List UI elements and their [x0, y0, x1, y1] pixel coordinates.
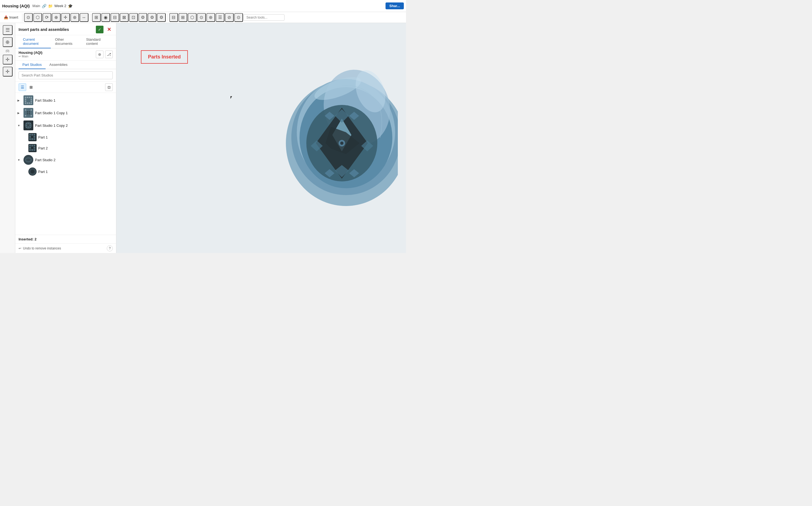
- tool-icon-20[interactable]: ⊛: [206, 13, 215, 22]
- tab-standard-content[interactable]: Standard content: [82, 35, 113, 49]
- branch-name: Main: [32, 4, 40, 8]
- svg-rect-29: [27, 115, 28, 116]
- week-label: Week 2: [54, 4, 66, 8]
- tool-icon-13[interactable]: ⚙: [138, 13, 147, 22]
- svg-rect-0: [25, 97, 26, 98]
- svg-rect-17: [27, 109, 28, 111]
- instances-count: (0): [6, 49, 9, 53]
- tool-icon-17[interactable]: ⊞: [179, 13, 187, 22]
- studio-item-part-studio-1[interactable]: ▶: [15, 94, 116, 106]
- help-button[interactable]: ?: [107, 245, 113, 251]
- svg-rect-55: [31, 149, 33, 151]
- tool-icon-5[interactable]: ✛: [61, 13, 70, 22]
- parts-inserted-text: Parts Inserted: [148, 54, 181, 60]
- tool-icon-10[interactable]: ⊟: [111, 13, 119, 22]
- select-all-button[interactable]: ⊡: [105, 83, 113, 91]
- sidebar-axis-icon[interactable]: ✛: [3, 67, 13, 77]
- sub-tabs: Part Studios Assemblies: [15, 61, 116, 69]
- tool-icon-4[interactable]: ⊕: [52, 13, 61, 22]
- sidebar-transform-icon[interactable]: ✛: [3, 55, 13, 65]
- separator-2: [90, 14, 90, 21]
- svg-rect-40: [29, 126, 31, 128]
- undo-button[interactable]: ↩ Undo to remove instances: [19, 246, 61, 250]
- panel-tabs: Current document Other documents Standar…: [15, 35, 116, 49]
- chevron-right-icon: ▶: [17, 99, 22, 102]
- sidebar-add-icon[interactable]: ⊕: [3, 37, 13, 47]
- studio-item-part-studio-copy-1[interactable]: ▶: [15, 106, 116, 119]
- part-item-copy2-part2[interactable]: Part 2: [15, 143, 116, 154]
- tool-icon-3[interactable]: ⟳: [42, 13, 51, 22]
- doc-buttons: ⊕ ⎇: [96, 51, 113, 58]
- tab-part-studios[interactable]: Part Studios: [19, 61, 45, 69]
- tool-icon-9[interactable]: ◉: [101, 13, 110, 22]
- tool-icon-19[interactable]: ⊙: [197, 13, 206, 22]
- doc-name: Housing (AQI): [19, 51, 42, 55]
- tool-icon-18[interactable]: ⬡: [188, 13, 197, 22]
- svg-rect-7: [30, 99, 32, 100]
- sidebar-menu-icon[interactable]: ☰: [3, 25, 13, 35]
- part-thumbnail-studio2-1: [28, 167, 36, 176]
- view-btn-group: ☰ ⊞: [19, 83, 35, 91]
- svg-rect-36: [26, 124, 27, 126]
- tool-icon-11[interactable]: ⊠: [120, 13, 129, 22]
- search-tools-input[interactable]: [243, 14, 285, 21]
- panel-header: Insert parts and assemblies ✓ ✕: [15, 23, 116, 35]
- svg-rect-53: [33, 147, 35, 149]
- studio-item-part-studio-2[interactable]: ▼ Part Studio 2: [15, 154, 116, 166]
- tool-icon-7[interactable]: ↔: [80, 13, 89, 22]
- graduation-cap-icon[interactable]: 🎓: [68, 4, 73, 8]
- tool-icon-1[interactable]: ⊙: [24, 13, 33, 22]
- svg-rect-11: [30, 100, 32, 102]
- insert-button[interactable]: 📥 Insert: [2, 14, 20, 20]
- tool-icon-12[interactable]: ⊡: [129, 13, 138, 22]
- branch-button[interactable]: ⎇: [105, 51, 113, 58]
- tool-icon-22[interactable]: ⊘: [225, 13, 234, 22]
- cancel-button[interactable]: ✕: [105, 26, 113, 33]
- list-view-button[interactable]: ☰: [19, 83, 26, 91]
- doc-branch: ↩ Main: [19, 55, 42, 58]
- part-item-copy2-part1[interactable]: Part 1: [15, 132, 116, 143]
- svg-point-60: [30, 170, 34, 173]
- svg-rect-38: [26, 126, 27, 128]
- grid-view-button[interactable]: ⊞: [27, 83, 35, 91]
- part-list: ▶: [15, 93, 116, 235]
- undo-icon: ↩: [19, 246, 21, 250]
- tab-other-documents[interactable]: Other documents: [51, 35, 82, 49]
- svg-rect-15: [30, 102, 32, 104]
- svg-point-81: [340, 142, 343, 145]
- svg-rect-14: [29, 102, 30, 104]
- svg-rect-35: [29, 123, 31, 124]
- tool-icon-8[interactable]: ⊞: [92, 13, 101, 22]
- left-sidebar: ☰ ⊕ (0) ✛ ✛: [0, 23, 15, 253]
- link-icon[interactable]: 🔗: [42, 4, 46, 8]
- tool-icon-6[interactable]: ⊛: [71, 13, 79, 22]
- tool-icon-15[interactable]: ⚙: [157, 13, 166, 22]
- tool-icon-2[interactable]: ⬡: [33, 13, 42, 22]
- part-thumbnail-copy2-1: [28, 133, 36, 141]
- search-part-studios-input[interactable]: [19, 71, 113, 79]
- insert-panel: Insert parts and assemblies ✓ ✕ Current …: [15, 23, 116, 253]
- tool-icon-23[interactable]: ⊙: [234, 13, 243, 22]
- svg-rect-45: [33, 136, 35, 138]
- svg-rect-48: [33, 138, 35, 140]
- part-name-studio2-1: Part 1: [38, 170, 113, 174]
- share-button[interactable]: Shar...: [386, 2, 404, 9]
- tab-assemblies[interactable]: Assemblies: [45, 61, 71, 69]
- part-item-studio2-part1[interactable]: Part 1: [15, 166, 116, 177]
- parts-inserted-notification: Parts Inserted: [141, 50, 188, 64]
- undo-row: ↩ Undo to remove instances ?: [15, 243, 116, 253]
- tool-icon-21[interactable]: ☰: [216, 13, 224, 22]
- tab-current-document[interactable]: Current document: [19, 35, 51, 49]
- tool-icon-14[interactable]: ⚙: [148, 13, 157, 22]
- add-to-doc-button[interactable]: ⊕: [96, 51, 103, 58]
- svg-rect-20: [25, 111, 26, 112]
- studio-thumbnail-4: [23, 155, 33, 165]
- svg-rect-9: [27, 100, 28, 102]
- folder-icon: 📁: [48, 4, 53, 8]
- svg-rect-24: [25, 113, 26, 114]
- confirm-button[interactable]: ✓: [96, 26, 103, 33]
- panel-actions: ✓ ✕: [96, 26, 113, 33]
- studio-item-part-studio-copy-2[interactable]: ▼ Part Studio 1 Copy 2: [15, 119, 116, 132]
- studio-thumbnail-3: [23, 120, 33, 130]
- tool-icon-16[interactable]: ⊟: [169, 13, 178, 22]
